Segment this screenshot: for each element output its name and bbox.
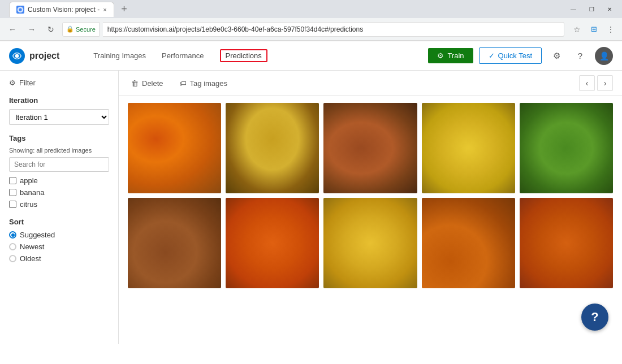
- forward-button[interactable]: →: [24, 21, 40, 37]
- delete-button[interactable]: 🗑 Delete: [128, 77, 167, 90]
- tab-favicon: [16, 6, 24, 14]
- sidebar: ⚙ Filter Iteration Iteration 1 Iteration…: [0, 71, 119, 344]
- nav-predictions[interactable]: Predictions: [220, 49, 267, 62]
- sort-oldest[interactable]: Oldest: [9, 254, 109, 263]
- filter-label: Filter: [19, 79, 36, 87]
- showing-label: Showing: all predicted images: [9, 147, 109, 154]
- image-row-2: [128, 198, 613, 288]
- restore-button[interactable]: ❐: [584, 3, 599, 15]
- tag-banana[interactable]: banana: [9, 188, 109, 197]
- image-2[interactable]: [226, 103, 319, 193]
- logo-icon: [9, 48, 25, 64]
- image-7[interactable]: [226, 198, 319, 288]
- extensions-icon[interactable]: ⋮: [604, 23, 617, 36]
- prev-page-button[interactable]: ‹: [579, 75, 595, 91]
- minimize-button[interactable]: —: [565, 3, 581, 15]
- image-4[interactable]: [422, 103, 515, 193]
- secure-label: Secure: [76, 26, 96, 33]
- svg-point-1: [19, 8, 21, 11]
- image-3[interactable]: [323, 103, 417, 193]
- quick-test-label: Quick Test: [498, 51, 532, 60]
- sort-title: Sort: [9, 218, 109, 226]
- help-fab-button[interactable]: ?: [581, 304, 608, 331]
- pagination-arrows: ‹ ›: [579, 75, 613, 91]
- sort-newest[interactable]: Newest: [9, 242, 109, 251]
- tag-images-label: Tag images: [190, 79, 227, 88]
- browser-chrome: Custom Vision: project - × + — ❐ ✕ ← → ↻…: [0, 0, 622, 41]
- oldest-label: Oldest: [20, 254, 41, 263]
- tags-title: Tags: [9, 134, 109, 142]
- window-controls: — ❐ ✕: [565, 3, 617, 15]
- image-6[interactable]: [128, 198, 221, 288]
- tab-bar: Custom Vision: project - × +: [5, 0, 562, 19]
- url-input[interactable]: [103, 22, 564, 37]
- suggested-label: Suggested: [20, 231, 55, 239]
- header-actions: ⚙ Train ✓ Quick Test ⚙ ? 👤: [428, 47, 613, 65]
- image-5[interactable]: [520, 103, 613, 193]
- apple-checkbox[interactable]: [9, 177, 16, 184]
- image-8[interactable]: [323, 198, 417, 288]
- delete-label: Delete: [142, 79, 163, 88]
- next-page-button[interactable]: ›: [597, 75, 613, 91]
- filter-section[interactable]: ⚙ Filter: [9, 79, 109, 87]
- iteration-select[interactable]: Iteration 1 Iteration 2: [9, 109, 109, 125]
- nav-performance[interactable]: Performance: [162, 49, 204, 62]
- back-button[interactable]: ←: [5, 21, 20, 37]
- citrus-checkbox[interactable]: [9, 201, 16, 208]
- tab-close-btn[interactable]: ×: [103, 6, 106, 13]
- oldest-radio[interactable]: [9, 255, 16, 262]
- header-nav: Training Images Performance Predictions: [93, 49, 267, 62]
- quick-test-button[interactable]: ✓ Quick Test: [479, 47, 542, 64]
- train-button[interactable]: ⚙ Train: [428, 48, 473, 63]
- svg-point-2: [15, 54, 19, 58]
- refresh-button[interactable]: ↻: [43, 21, 59, 37]
- newest-label: Newest: [20, 242, 44, 251]
- banana-checkbox[interactable]: [9, 189, 16, 196]
- question-icon: ?: [578, 51, 582, 60]
- address-bar: ← → ↻ 🔒 Secure ☆ ⊞ ⋮: [0, 18, 622, 41]
- help-button[interactable]: ?: [571, 47, 589, 65]
- app-title: project: [29, 51, 59, 61]
- iteration-section-title: Iteration: [9, 96, 109, 105]
- suggested-radio[interactable]: [9, 231, 16, 239]
- content-toolbar: 🗑 Delete 🏷 Tag images ‹ ›: [119, 71, 622, 96]
- image-9[interactable]: [422, 198, 515, 288]
- help-fab-icon: ?: [591, 310, 598, 324]
- image-grid: [119, 96, 622, 344]
- address-bar-actions: ☆ ⊞ ⋮: [570, 23, 617, 36]
- train-icon: ⚙: [437, 51, 444, 60]
- title-bar: Custom Vision: project - × + — ❐ ✕: [0, 0, 622, 18]
- image-row-1: [128, 103, 613, 193]
- new-tab-button[interactable]: +: [116, 1, 132, 17]
- tag-apple[interactable]: apple: [9, 176, 109, 185]
- sort-section: Sort Suggested Newest Oldest: [9, 218, 109, 263]
- filter-icon: ⚙: [9, 79, 16, 87]
- tag-citrus[interactable]: citrus: [9, 200, 109, 209]
- bookmark-icon[interactable]: ☆: [570, 23, 584, 36]
- app: project Training Images Performance Pred…: [0, 41, 622, 344]
- browser-tab-active[interactable]: Custom Vision: project - ×: [9, 2, 114, 17]
- delete-icon: 🗑: [131, 79, 139, 88]
- tab-title: Custom Vision: project -: [28, 6, 100, 14]
- banana-label: banana: [20, 188, 44, 197]
- citrus-label: citrus: [20, 200, 37, 209]
- close-button[interactable]: ✕: [602, 3, 617, 15]
- sort-suggested[interactable]: Suggested: [9, 231, 109, 239]
- app-logo: project: [9, 48, 59, 64]
- tag-images-button[interactable]: 🏷 Tag images: [176, 77, 231, 90]
- image-10[interactable]: [520, 198, 613, 288]
- newest-radio[interactable]: [9, 243, 16, 250]
- tag-icon: 🏷: [179, 79, 187, 88]
- main-layout: ⚙ Filter Iteration Iteration 1 Iteration…: [0, 71, 622, 344]
- tags-section: Tags Showing: all predicted images apple…: [9, 134, 109, 209]
- windows-icon[interactable]: ⊞: [587, 23, 601, 36]
- image-1[interactable]: [128, 103, 221, 193]
- app-header: project Training Images Performance Pred…: [0, 41, 622, 71]
- nav-training-images[interactable]: Training Images: [93, 49, 146, 62]
- avatar[interactable]: 👤: [595, 47, 613, 65]
- content-area: 🗑 Delete 🏷 Tag images ‹ ›: [119, 71, 622, 344]
- lock-icon: 🔒: [66, 25, 74, 33]
- tag-search-input[interactable]: [9, 157, 109, 172]
- settings-button[interactable]: ⚙: [547, 47, 565, 65]
- train-label: Train: [447, 51, 464, 60]
